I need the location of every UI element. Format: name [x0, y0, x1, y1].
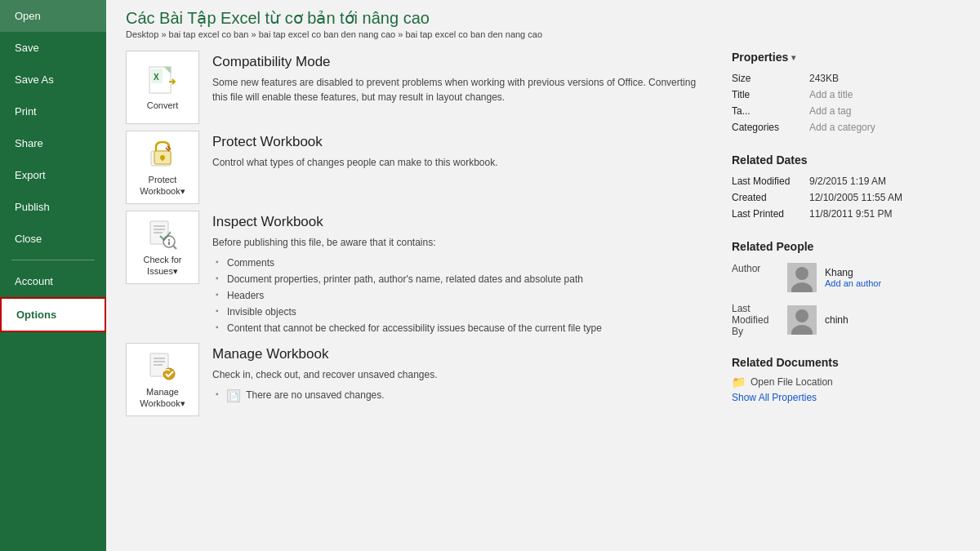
last-modified-by-row: chinh [787, 305, 849, 335]
open-file-location-link[interactable]: 📁 Open File Location [732, 375, 960, 389]
sidebar-item-export[interactable]: Export [0, 159, 106, 191]
manage-workbook-card-title: Manage Workbook [212, 346, 712, 362]
author-name: Khang [825, 267, 881, 278]
related-dates-table: Last Modified 9/2/2015 1:19 AM Created 1… [732, 173, 960, 222]
last-printed-value: 11/8/2011 9:51 PM [809, 206, 960, 222]
list-item: Headers [212, 287, 712, 304]
categories-value[interactable]: Add a category [809, 119, 960, 136]
svg-point-22 [795, 267, 808, 280]
protect-workbook-card: ProtectWorkbook▾ Protect Workbook Contro… [126, 131, 712, 204]
main-content: Các Bài Tập Excel từ cơ bản tới nâng cao… [106, 0, 980, 551]
manage-workbook-card: ManageWorkbook▾ Manage Workbook Check in… [126, 343, 712, 416]
properties-section: Properties ▾ Size 243KB Title Add a titl… [732, 51, 960, 543]
properties-table: Size 243KB Title Add a title Ta... Add a… [732, 70, 960, 136]
protect-workbook-content: Protect Workbook Control what types of c… [212, 131, 712, 170]
properties-arrow-icon: ▾ [791, 53, 795, 62]
author-avatar [787, 263, 817, 292]
manage-workbook-icon-label: ManageWorkbook▾ [140, 386, 185, 410]
properties-group: Properties ▾ Size 243KB Title Add a titl… [732, 51, 960, 136]
sidebar-item-options[interactable]: Options [0, 297, 106, 332]
convert-icon: X [146, 64, 179, 96]
folder-icon: 📁 [732, 375, 746, 389]
last-printed-label: Last Printed [732, 206, 809, 222]
sidebar-item-open[interactable]: Open [0, 0, 106, 32]
inspect-workbook-list: Comments Document properties, printer pa… [212, 255, 712, 336]
svg-rect-7 [162, 158, 163, 161]
open-file-location-label: Open File Location [751, 376, 833, 388]
svg-point-25 [795, 309, 808, 322]
convert-card-title: Compatibility Mode [212, 54, 712, 70]
check-for-issues-button[interactable]: Check forIssues▾ [126, 211, 199, 284]
protect-workbook-icon-label: ProtectWorkbook▾ [140, 174, 185, 198]
properties-group-title: Properties ▾ [732, 51, 960, 64]
protect-workbook-card-desc: Control what types of changes people can… [212, 155, 712, 170]
protect-workbook-card-title: Protect Workbook [212, 134, 712, 150]
list-item: 📄 There are no unsaved changes. [212, 387, 712, 403]
check-for-issues-icon-label: Check forIssues▾ [143, 254, 181, 278]
author-row: Khang Add an author [787, 263, 881, 292]
related-people-group: Related People Author [732, 240, 960, 338]
show-all-properties-link[interactable]: Show All Properties [732, 392, 960, 403]
list-item: Invisible objects [212, 304, 712, 320]
inspect-workbook-content: Inspect Workbook Before publishing this … [212, 211, 712, 336]
sidebar: Open Save Save As Print Share Export Pub… [0, 0, 106, 551]
last-modified-by-avatar [787, 305, 817, 335]
list-item: Content that cannot be checked for acces… [212, 320, 712, 336]
inspect-workbook-card-title: Inspect Workbook [212, 214, 712, 230]
related-dates-group: Related Dates Last Modified 9/2/2015 1:1… [732, 153, 960, 222]
manage-workbook-icon [146, 350, 179, 383]
created-label: Created [732, 189, 809, 206]
last-modified-value: 9/2/2015 1:19 AM [809, 173, 960, 189]
add-author-link[interactable]: Add an author [825, 278, 881, 288]
content-area: X Convert Compatibility Mode Some new fe… [106, 42, 980, 551]
manage-workbook-list: 📄 There are no unsaved changes. [212, 387, 712, 403]
page-title: Các Bài Tập Excel từ cơ bản tới nâng cao [126, 8, 960, 28]
manage-workbook-button[interactable]: ManageWorkbook▾ [126, 343, 199, 416]
author-avatar-icon [787, 263, 817, 292]
manage-workbook-content: Manage Workbook Check in, check out, and… [212, 343, 712, 403]
page-header: Các Bài Tập Excel từ cơ bản tới nâng cao… [106, 0, 980, 42]
svg-text:X: X [154, 73, 159, 82]
protect-workbook-button[interactable]: ProtectWorkbook▾ [126, 131, 199, 204]
created-value: 12/10/2005 11:55 AM [809, 189, 960, 206]
title-value[interactable]: Add a title [809, 87, 960, 103]
inspect-workbook-card-desc: Before publishing this file, be aware th… [212, 235, 712, 250]
list-item: Comments [212, 255, 712, 271]
last-modified-by-avatar-icon [787, 305, 817, 335]
list-item: Document properties, printer path, autho… [212, 271, 712, 287]
size-value: 243KB [809, 70, 960, 87]
size-label: Size [732, 70, 809, 87]
author-info: Khang Add an author [825, 267, 881, 288]
cards-section: X Convert Compatibility Mode Some new fe… [126, 51, 712, 543]
svg-line-13 [173, 246, 176, 249]
sidebar-item-close[interactable]: Close [0, 223, 106, 255]
manage-workbook-card-desc: Check in, check out, and recover unsaved… [212, 367, 712, 382]
sidebar-item-publish[interactable]: Publish [0, 191, 106, 223]
convert-button[interactable]: X Convert [126, 51, 199, 124]
tag-value[interactable]: Add a tag [809, 103, 960, 119]
related-docs-group: Related Documents 📁 Open File Location S… [732, 356, 960, 403]
convert-card-desc: Some new features are disabled to preven… [212, 75, 712, 104]
sidebar-item-account[interactable]: Account [0, 265, 106, 297]
check-for-issues-icon [146, 218, 179, 251]
sidebar-divider [11, 260, 95, 260]
categories-label: Categories [732, 119, 809, 136]
sidebar-item-save-as[interactable]: Save As [0, 64, 106, 96]
breadcrumb: Desktop » bai tap excel co ban » bai tap… [126, 29, 960, 39]
title-label: Title [732, 87, 809, 103]
sidebar-item-save[interactable]: Save [0, 32, 106, 64]
inspect-workbook-card: Check forIssues▾ Inspect Workbook Before… [126, 211, 712, 336]
sidebar-item-share[interactable]: Share [0, 127, 106, 159]
related-docs-title: Related Documents [732, 356, 960, 369]
last-modified-by-name: chinh [825, 314, 849, 326]
last-modified-label: Last Modified [732, 173, 809, 189]
convert-content: Compatibility Mode Some new features are… [212, 51, 712, 104]
tag-label: Ta... [732, 103, 809, 119]
author-label: Author [732, 260, 781, 274]
last-modified-by-label: Last Modified By [732, 303, 781, 337]
convert-card: X Convert Compatibility Mode Some new fe… [126, 51, 712, 124]
protect-workbook-icon [146, 138, 179, 171]
sidebar-item-print[interactable]: Print [0, 96, 106, 127]
convert-icon-label: Convert [147, 100, 179, 111]
related-dates-title: Related Dates [732, 153, 960, 167]
